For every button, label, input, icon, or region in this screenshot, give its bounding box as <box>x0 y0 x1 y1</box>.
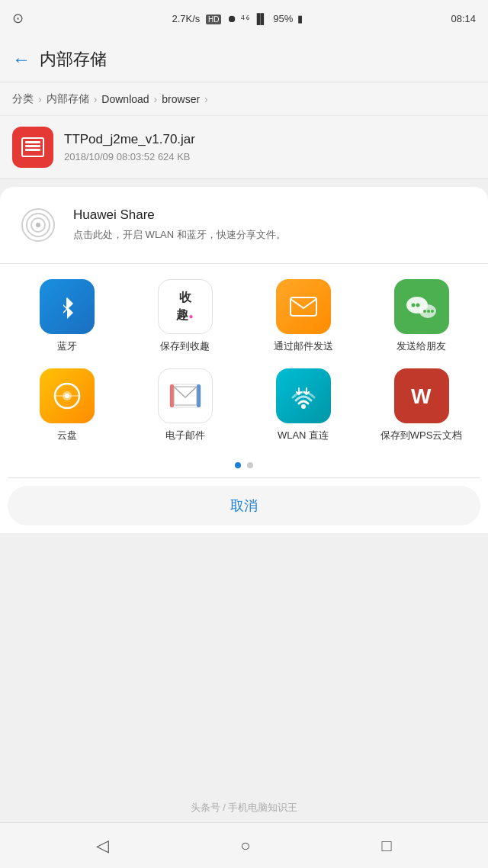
huawei-share-desc: 点击此处，开启 WLAN 和蓝牙，快速分享文件。 <box>73 227 286 243</box>
wlan-label: WLAN 直连 <box>278 429 329 442</box>
wps-icon: W <box>394 368 449 423</box>
breadcrumb-item-4[interactable]: browser <box>162 93 200 105</box>
wlan-icon <box>276 368 331 423</box>
svg-rect-13 <box>170 384 174 407</box>
breadcrumb-item-3[interactable]: Download <box>101 93 149 105</box>
yunpan-icon <box>40 368 95 423</box>
dot-2 <box>247 462 253 468</box>
bluetooth-icon <box>40 279 95 334</box>
email-label: 电子邮件 <box>165 429 205 442</box>
file-info: TTPod_j2me_v1.70.jar 2018/10/09 08:03:52… <box>64 132 195 162</box>
back-nav-icon[interactable]: ◁ <box>96 836 109 856</box>
recent-nav-icon[interactable]: □ <box>382 836 392 856</box>
breadcrumb-sep-1: › <box>38 93 42 105</box>
svg-point-5 <box>423 310 426 313</box>
breadcrumb-item-1[interactable]: 分类 <box>12 92 34 106</box>
file-icon <box>12 127 53 168</box>
wps-label: 保存到WPS云文档 <box>380 429 463 442</box>
svg-point-7 <box>431 310 434 313</box>
svg-rect-14 <box>197 384 201 407</box>
huawei-share-icon <box>15 202 61 248</box>
huawei-share-text: Huawei Share 点击此处，开启 WLAN 和蓝牙，快速分享文件。 <box>73 207 286 243</box>
battery-percent: 95% <box>273 13 293 24</box>
wechat-icon <box>394 279 449 334</box>
bluetooth-label: 蓝牙 <box>57 340 77 353</box>
file-meta: 2018/10/09 08:03:52 624 KB <box>64 151 195 162</box>
shoqui-label: 保存到收趣 <box>160 340 210 353</box>
apps-grid: 蓝牙 收 趣● 保存到收趣 通过邮件发送 <box>0 264 488 450</box>
svg-point-16 <box>301 404 306 409</box>
breadcrumb-item-2[interactable]: 内部存储 <box>47 92 89 106</box>
page-title: 内部存储 <box>40 48 107 71</box>
dot-1 <box>235 462 241 468</box>
bottom-bar: ◁ ○ □ <box>0 822 488 868</box>
app-wps[interactable]: W 保存到WPS云文档 <box>362 368 480 442</box>
mail-icon <box>276 279 331 334</box>
app-shoqui[interactable]: 收 趣● 保存到收趣 <box>126 279 244 353</box>
app-wechat[interactable]: 发送给朋友 <box>362 279 480 353</box>
status-time: 08:14 <box>451 13 476 24</box>
yunpan-label: 云盘 <box>57 429 77 442</box>
speed-text: 2.7K/s <box>172 13 200 24</box>
status-icons: ⏺ ⁴⁶ ▐▌ <box>227 13 268 24</box>
share-dialog: Huawei Share 点击此处，开启 WLAN 和蓝牙，快速分享文件。 蓝牙… <box>0 187 488 533</box>
dots-indicator <box>0 450 488 477</box>
k-circle-icon: ⊙ <box>12 10 24 27</box>
svg-point-3 <box>416 304 419 307</box>
breadcrumb-sep-3: › <box>154 93 158 105</box>
hd-badge: HD <box>206 14 221 24</box>
app-yunpan[interactable]: 云盘 <box>8 368 126 442</box>
cancel-section: 取消 <box>8 477 480 526</box>
status-speed: 2.7K/s HD ⏺ ⁴⁶ ▐▌ 95% ▮ <box>172 13 303 24</box>
file-name: TTPod_j2me_v1.70.jar <box>64 132 195 147</box>
home-nav-icon[interactable]: ○ <box>240 836 250 856</box>
email-icon <box>158 368 213 423</box>
time-text: 08:14 <box>451 13 476 24</box>
svg-text:W: W <box>411 384 432 408</box>
cancel-button[interactable]: 取消 <box>8 486 480 526</box>
huawei-share-section[interactable]: Huawei Share 点击此处，开启 WLAN 和蓝牙，快速分享文件。 <box>0 187 488 264</box>
watermark: 头条号 / 手机电脑知识王 <box>191 801 298 815</box>
breadcrumb: 分类 › 内部存储 › Download › browser › <box>0 82 488 116</box>
svg-point-2 <box>411 304 415 307</box>
breadcrumb-sep-2: › <box>94 93 98 105</box>
status-bar: ⊙ 2.7K/s HD ⏺ ⁴⁶ ▐▌ 95% ▮ 08:14 <box>0 0 488 37</box>
nav-bar: ← 内部存储 <box>0 37 488 82</box>
app-email[interactable]: 电子邮件 <box>126 368 244 442</box>
app-bluetooth[interactable]: 蓝牙 <box>8 279 126 353</box>
wifi-dot <box>36 223 40 227</box>
file-icon-inner <box>21 137 44 157</box>
huawei-share-title: Huawei Share <box>73 207 286 223</box>
wechat-label: 发送给朋友 <box>396 340 446 353</box>
status-left: ⊙ <box>12 10 24 27</box>
shoqui-icon: 收 趣● <box>158 279 213 334</box>
svg-point-6 <box>427 310 430 313</box>
file-item[interactable]: TTPod_j2me_v1.70.jar 2018/10/09 08:03:52… <box>0 116 488 179</box>
svg-rect-0 <box>291 297 316 316</box>
app-wlan[interactable]: WLAN 直连 <box>244 368 362 442</box>
battery-icon: ▮ <box>297 13 303 24</box>
breadcrumb-sep-4: › <box>204 93 208 105</box>
back-button[interactable]: ← <box>12 49 30 70</box>
app-mail-send[interactable]: 通过邮件发送 <box>244 279 362 353</box>
mail-send-label: 通过邮件发送 <box>274 340 333 353</box>
